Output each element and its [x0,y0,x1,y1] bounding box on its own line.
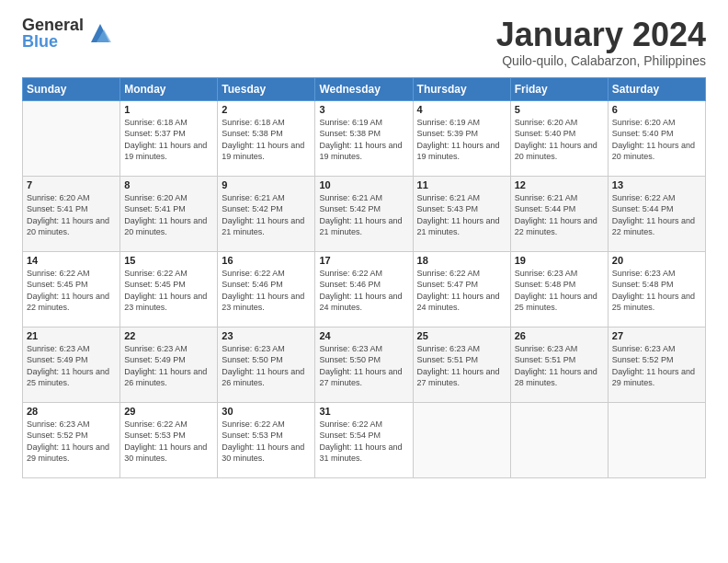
day-number: 11 [417,179,506,190]
day-info: Sunrise: 6:20 AM Sunset: 5:41 PM Dayligh… [27,192,116,238]
day-number: 31 [319,406,408,417]
calendar-subtitle: Quilo-quilo, Calabarzon, Philippines [496,53,706,68]
page: General Blue January 2024 Quilo-quilo, C… [0,0,728,563]
calendar-week-row: 28Sunrise: 6:23 AM Sunset: 5:52 PM Dayli… [23,402,706,477]
day-info: Sunrise: 6:21 AM Sunset: 5:44 PM Dayligh… [515,192,604,238]
day-number: 21 [27,330,116,341]
day-number: 14 [27,255,116,266]
calendar-cell: 27Sunrise: 6:23 AM Sunset: 5:52 PM Dayli… [608,327,705,402]
header-sunday: Sunday [23,77,120,100]
day-number: 17 [319,255,408,266]
calendar-week-row: 21Sunrise: 6:23 AM Sunset: 5:49 PM Dayli… [23,327,706,402]
calendar-cell: 11Sunrise: 6:21 AM Sunset: 5:43 PM Dayli… [413,176,510,251]
day-number: 19 [515,255,604,266]
day-info: Sunrise: 6:20 AM Sunset: 5:41 PM Dayligh… [124,192,213,238]
calendar-cell: 17Sunrise: 6:22 AM Sunset: 5:46 PM Dayli… [315,251,413,327]
day-number: 8 [124,179,213,190]
day-info: Sunrise: 6:22 AM Sunset: 5:53 PM Dayligh… [124,419,213,465]
calendar-cell: 9Sunrise: 6:21 AM Sunset: 5:42 PM Daylig… [218,176,315,251]
weekday-header-row: Sunday Monday Tuesday Wednesday Thursday… [23,77,706,100]
calendar-cell: 31Sunrise: 6:22 AM Sunset: 5:54 PM Dayli… [315,402,413,477]
day-info: Sunrise: 6:19 AM Sunset: 5:38 PM Dayligh… [319,117,408,163]
day-number: 16 [222,255,311,266]
calendar-cell: 12Sunrise: 6:21 AM Sunset: 5:44 PM Dayli… [510,176,608,251]
calendar-title: January 2024 [496,17,706,53]
calendar-cell: 6Sunrise: 6:20 AM Sunset: 5:40 PM Daylig… [608,100,705,176]
day-info: Sunrise: 6:23 AM Sunset: 5:50 PM Dayligh… [222,343,311,389]
day-info: Sunrise: 6:23 AM Sunset: 5:52 PM Dayligh… [612,343,701,389]
title-block: January 2024 Quilo-quilo, Calabarzon, Ph… [496,17,706,68]
day-info: Sunrise: 6:23 AM Sunset: 5:49 PM Dayligh… [124,343,213,389]
logo: General Blue [22,17,113,50]
calendar-cell: 8Sunrise: 6:20 AM Sunset: 5:41 PM Daylig… [120,176,218,251]
day-number: 7 [27,179,116,190]
day-info: Sunrise: 6:23 AM Sunset: 5:49 PM Dayligh… [27,343,116,389]
logo-text: General Blue [22,17,84,50]
day-number: 2 [222,104,311,115]
calendar-cell: 2Sunrise: 6:18 AM Sunset: 5:38 PM Daylig… [218,100,315,176]
day-info: Sunrise: 6:22 AM Sunset: 5:45 PM Dayligh… [27,268,116,314]
header-tuesday: Tuesday [218,77,315,100]
calendar-cell: 21Sunrise: 6:23 AM Sunset: 5:49 PM Dayli… [23,327,120,402]
logo-blue: Blue [22,33,84,50]
header-thursday: Thursday [413,77,510,100]
day-number: 28 [27,406,116,417]
day-info: Sunrise: 6:18 AM Sunset: 5:38 PM Dayligh… [222,117,311,163]
day-info: Sunrise: 6:23 AM Sunset: 5:51 PM Dayligh… [515,343,604,389]
header-saturday: Saturday [608,77,705,100]
calendar-cell: 25Sunrise: 6:23 AM Sunset: 5:51 PM Dayli… [413,327,510,402]
day-number: 4 [417,104,506,115]
day-number: 23 [222,330,311,341]
header-monday: Monday [120,77,218,100]
calendar-week-row: 1Sunrise: 6:18 AM Sunset: 5:37 PM Daylig… [23,100,706,176]
day-number: 22 [124,330,213,341]
day-number: 27 [612,330,701,341]
calendar-cell: 29Sunrise: 6:22 AM Sunset: 5:53 PM Dayli… [120,402,218,477]
day-info: Sunrise: 6:21 AM Sunset: 5:43 PM Dayligh… [417,192,506,238]
calendar-cell: 7Sunrise: 6:20 AM Sunset: 5:41 PM Daylig… [23,176,120,251]
logo-general: General [22,17,84,33]
calendar-cell: 28Sunrise: 6:23 AM Sunset: 5:52 PM Dayli… [23,402,120,477]
day-info: Sunrise: 6:18 AM Sunset: 5:37 PM Dayligh… [124,117,213,163]
day-number: 12 [515,179,604,190]
calendar-cell: 20Sunrise: 6:23 AM Sunset: 5:48 PM Dayli… [608,251,705,327]
day-number: 26 [515,330,604,341]
calendar-cell [510,402,608,477]
day-number: 15 [124,255,213,266]
day-number: 10 [319,179,408,190]
day-info: Sunrise: 6:23 AM Sunset: 5:48 PM Dayligh… [612,268,701,314]
calendar-cell: 3Sunrise: 6:19 AM Sunset: 5:38 PM Daylig… [315,100,413,176]
day-number: 5 [515,104,604,115]
day-number: 13 [612,179,701,190]
day-number: 20 [612,255,701,266]
day-number: 24 [319,330,408,341]
day-number: 18 [417,255,506,266]
day-info: Sunrise: 6:23 AM Sunset: 5:48 PM Dayligh… [515,268,604,314]
calendar-cell: 30Sunrise: 6:22 AM Sunset: 5:53 PM Dayli… [218,402,315,477]
day-info: Sunrise: 6:21 AM Sunset: 5:42 PM Dayligh… [319,192,408,238]
day-number: 9 [222,179,311,190]
day-number: 6 [612,104,701,115]
day-info: Sunrise: 6:22 AM Sunset: 5:46 PM Dayligh… [222,268,311,314]
calendar-cell: 24Sunrise: 6:23 AM Sunset: 5:50 PM Dayli… [315,327,413,402]
calendar-cell [23,100,120,176]
calendar-cell: 18Sunrise: 6:22 AM Sunset: 5:47 PM Dayli… [413,251,510,327]
day-info: Sunrise: 6:22 AM Sunset: 5:53 PM Dayligh… [222,419,311,465]
calendar-cell: 16Sunrise: 6:22 AM Sunset: 5:46 PM Dayli… [218,251,315,327]
calendar-cell [608,402,705,477]
day-info: Sunrise: 6:19 AM Sunset: 5:39 PM Dayligh… [417,117,506,163]
calendar-cell: 19Sunrise: 6:23 AM Sunset: 5:48 PM Dayli… [510,251,608,327]
day-info: Sunrise: 6:22 AM Sunset: 5:46 PM Dayligh… [319,268,408,314]
header: General Blue January 2024 Quilo-quilo, C… [22,17,706,68]
logo-icon [87,20,113,46]
day-info: Sunrise: 6:21 AM Sunset: 5:42 PM Dayligh… [222,192,311,238]
header-wednesday: Wednesday [315,77,413,100]
day-info: Sunrise: 6:23 AM Sunset: 5:50 PM Dayligh… [319,343,408,389]
day-number: 3 [319,104,408,115]
day-info: Sunrise: 6:22 AM Sunset: 5:47 PM Dayligh… [417,268,506,314]
calendar-cell: 5Sunrise: 6:20 AM Sunset: 5:40 PM Daylig… [510,100,608,176]
day-info: Sunrise: 6:22 AM Sunset: 5:44 PM Dayligh… [612,192,701,238]
calendar-week-row: 7Sunrise: 6:20 AM Sunset: 5:41 PM Daylig… [23,176,706,251]
calendar-cell: 13Sunrise: 6:22 AM Sunset: 5:44 PM Dayli… [608,176,705,251]
calendar-table: Sunday Monday Tuesday Wednesday Thursday… [22,77,706,478]
